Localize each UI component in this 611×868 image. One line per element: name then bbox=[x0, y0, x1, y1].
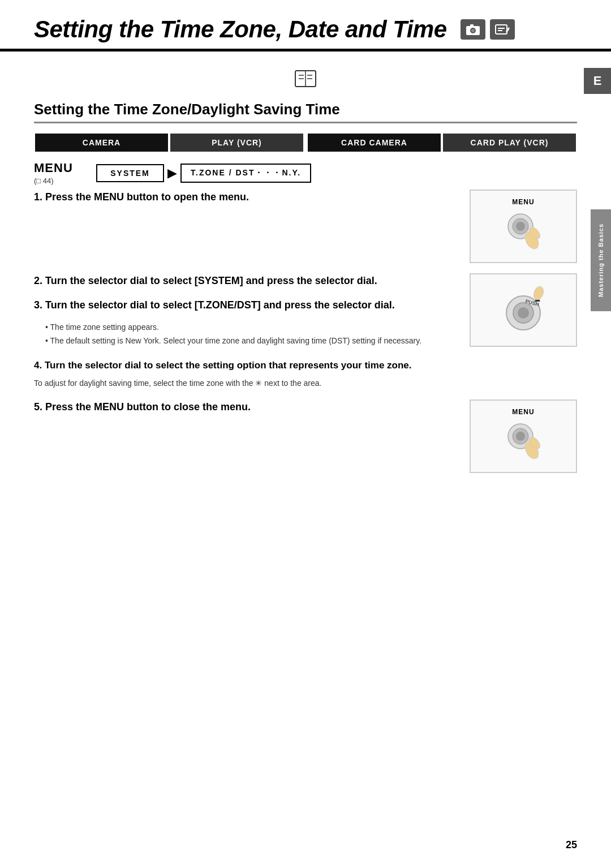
step-5: 5. Press the MENU button to close the me… bbox=[34, 399, 577, 473]
step-2-3-content: 2. Turn the selector dial to select [SYS… bbox=[34, 273, 458, 348]
step-3-text: 3. Turn the selector dial to select [T.Z… bbox=[34, 298, 458, 313]
camera-icon bbox=[465, 23, 481, 36]
menu-button-illustration bbox=[501, 209, 546, 255]
step-1-text: 1. Press the MENU button to open the men… bbox=[34, 190, 458, 205]
mode-play-vcr: PLAY (VCR) bbox=[169, 132, 304, 153]
mode-camera: CAMERA bbox=[34, 132, 169, 153]
step-1-image: MENU bbox=[470, 190, 577, 263]
svg-point-23 bbox=[532, 285, 545, 301]
card-icon-box bbox=[490, 19, 515, 40]
step-1: 1. Press the MENU button to open the men… bbox=[34, 190, 577, 263]
menu-row: MENU (□ 44) SYSTEM ▶ T.ZONE / DST・・・N.Y. bbox=[34, 161, 577, 185]
section-heading: Setting the Time Zone/Daylight Saving Ti… bbox=[34, 101, 577, 123]
step-2-3: 2. Turn the selector dial to select [SYS… bbox=[34, 273, 577, 348]
menu-ref: (□ 44) bbox=[34, 177, 54, 185]
step-1-image-label: MENU bbox=[512, 198, 534, 206]
step-1-content: 1. Press the MENU button to open the men… bbox=[34, 190, 458, 205]
card-icon bbox=[494, 23, 510, 36]
menu-label: MENU bbox=[34, 161, 73, 175]
step-5-image: MENU bbox=[470, 399, 577, 473]
menu-tzone-box: T.ZONE / DST・・・N.Y. bbox=[180, 164, 311, 183]
book-icon bbox=[294, 70, 317, 88]
main-content: Setting the Time Zone/Daylight Saving Ti… bbox=[0, 51, 611, 506]
camera-icon-box bbox=[461, 19, 485, 40]
mode-table: CAMERA PLAY (VCR) CARD CAMERA CARD PLAY … bbox=[34, 132, 577, 153]
menu-button-2-illustration bbox=[501, 419, 546, 465]
dial-illustration: PUSH bbox=[498, 285, 549, 336]
bullet-1: The time zone setting appears. bbox=[45, 321, 458, 334]
svg-point-15 bbox=[516, 222, 525, 231]
step-4: 4. Turn the selector dial to select the … bbox=[34, 358, 577, 390]
step-2-image: PUSH bbox=[470, 273, 577, 347]
step-4-text: 4. Turn the selector dial to select the … bbox=[34, 358, 577, 373]
book-ref bbox=[34, 70, 577, 91]
svg-point-2 bbox=[471, 29, 475, 32]
page-number: 25 bbox=[566, 839, 577, 851]
step-5-image-label: MENU bbox=[512, 408, 534, 416]
step-4-sub: To adjust for daylight saving time, sele… bbox=[34, 377, 577, 389]
svg-point-20 bbox=[518, 307, 529, 319]
svg-point-26 bbox=[516, 432, 525, 441]
menu-system-box: SYSTEM bbox=[96, 164, 164, 182]
step-5-text: 5. Press the MENU button to close the me… bbox=[34, 399, 458, 415]
menu-label-box: MENU (□ 44) bbox=[34, 161, 85, 185]
svg-rect-4 bbox=[496, 25, 507, 34]
bullet-2: The default setting is New York. Select … bbox=[45, 334, 458, 348]
page-title: Setting the Time Zone, Date and Time bbox=[34, 16, 447, 43]
title-bar: Setting the Time Zone, Date and Time bbox=[0, 0, 611, 51]
svg-rect-3 bbox=[470, 24, 474, 27]
bullets: The time zone setting appears. The defau… bbox=[34, 321, 458, 348]
step-5-content: 5. Press the MENU button to close the me… bbox=[34, 399, 458, 415]
step-2-text: 2. Turn the selector dial to select [SYS… bbox=[34, 273, 458, 289]
title-icons bbox=[461, 19, 515, 40]
mode-card-camera: CARD CAMERA bbox=[307, 132, 442, 153]
page: Setting the Time Zone, Date and Time bbox=[0, 0, 611, 868]
mode-card-play-vcr: CARD PLAY (VCR) bbox=[442, 132, 577, 153]
menu-arrow: ▶ bbox=[167, 166, 177, 181]
